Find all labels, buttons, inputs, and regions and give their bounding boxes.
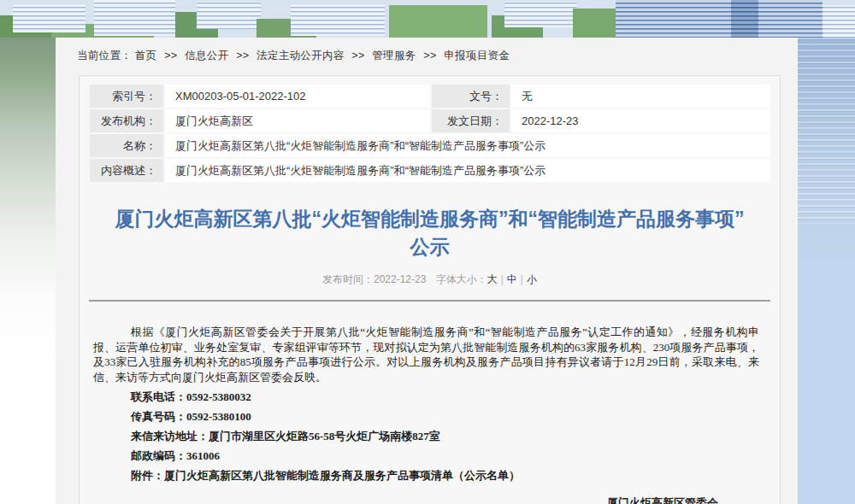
breadcrumb-separator: >> [236,50,249,62]
breadcrumb-item-statutory-content[interactable]: 法定主动公开内容 [256,50,344,62]
attachment-line: 附件：厦门火炬高新区第八批智能制造服务商及服务产品事项清单（公示名单） [93,468,759,483]
contact-phone-value: 0592-5380032 [186,390,251,403]
table-row: 名称： 厦门火炬高新区第八批“火炬智能制造服务商”和“智能制造产品服务事项”公示 [90,134,770,157]
article-body: 根据《厦门火炬高新区管委会关于开展第八批“火炬智能制造服务商”和“智能制造产品服… [88,325,771,504]
breadcrumb-item-home[interactable]: 首页 [135,50,157,62]
right-photo-strip [798,38,855,504]
contact-address-value: 厦门市湖里区火炬路56-58号火炬广场南楼827室 [209,430,440,442]
postal-code-line: 邮政编码：361006 [93,448,759,463]
contact-fax-value: 0592-5380100 [186,410,251,423]
contact-address-line: 来信来访地址：厦门市湖里区火炬路56-58号火炬广场南楼827室 [93,429,759,443]
left-photo-strip [0,38,56,504]
contact-address-label: 来信来访地址： [131,430,209,442]
font-size-separator: | [521,273,523,285]
summary-value: 厦门火炬高新区第八批“火炬智能制造服务商”和“智能制造产品服务事项”公示 [165,159,770,182]
page: 当前位置： 首页 >> 信息公开 >> 法定主动公开内容 >> 管理服务 >> … [0,0,855,504]
table-row: 发布机构： 厦门火炬高新区 发文日期： 2022-12-23 [90,109,770,132]
banner-photo [0,0,855,38]
table-row: 内容概述： 厦门火炬高新区第八批“火炬智能制造服务商”和“智能制造产品服务事项”… [90,159,770,182]
signature-organization: 厦门火炬高新区管委会 [93,495,759,504]
table-row: 索引号： XM00203-05-01-2022-102 文号： 无 [90,85,770,108]
contact-fax-line: 传真号码：0592-5380100 [93,409,759,424]
postal-code-label: 邮政编码： [131,449,186,462]
content-panel: 当前位置： 首页 >> 信息公开 >> 法定主动公开内容 >> 管理服务 >> … [56,38,798,504]
breadcrumb-item-info-disclosure[interactable]: 信息公开 [185,50,228,62]
announcement-paragraph: 根据《厦门火炬高新区管委会关于开展第八批“火炬智能制造服务商”和“智能制造产品服… [93,325,759,384]
summary-label: 内容概述： [90,159,163,182]
contact-fax-label: 传真号码： [131,410,186,423]
breadcrumb-separator: >> [351,50,364,62]
attachment-link[interactable]: 厦门火炬高新区第八批智能制造服务商及服务产品事项清单（公示名单） [164,469,520,482]
doc-name-value: 厦门火炬高新区第八批“火炬智能制造服务商”和“智能制造产品服务事项”公示 [165,134,770,157]
pub-date-label: 发文日期： [432,109,510,132]
doc-number-label: 文号： [432,85,510,108]
font-size-label: 字体大小： [436,273,487,285]
font-size-medium-button[interactable]: 中 [507,273,517,285]
breadcrumb-item-project-funds[interactable]: 申报项目资金 [444,50,510,62]
document-meta-table: 索引号： XM00203-05-01-2022-102 文号： 无 发布机构： … [88,83,772,184]
breadcrumb-separator: >> [423,50,436,62]
attachment-label: 附件： [131,469,164,482]
postal-code-value: 361006 [186,449,220,462]
publish-time-value: 2022-12-23 [374,273,426,285]
pub-date-value: 2022-12-23 [511,109,770,132]
publisher-label: 发布机构： [90,109,163,132]
doc-name-label: 名称： [90,134,163,157]
font-size-small-button[interactable]: 小 [527,273,537,285]
banner-skyline-graphic [0,0,855,38]
page-title: 厦门火炬高新区第八批“火炬智能制造服务商”和“智能制造产品服务事项”公示 [107,205,752,261]
contact-phone-label: 联系电话： [131,390,186,403]
doc-number-value: 无 [511,85,770,108]
index-number-value: XM00203-05-01-2022-102 [165,85,430,108]
font-size-separator: | [501,273,504,285]
font-size-large-button[interactable]: 大 [487,273,498,285]
breadcrumb-label: 当前位置： [77,50,132,62]
contact-phone-line: 联系电话：0592-5380032 [93,390,759,404]
article-meta-line: 发布时间：2022-12-23 字体大小：大|中|小 [88,273,771,287]
publish-time-label: 发布时间： [322,273,374,285]
document-card: 索引号： XM00203-05-01-2022-102 文号： 无 发布机构： … [79,75,781,504]
breadcrumb-separator: >> [164,50,177,62]
title-divider [89,300,770,302]
index-number-label: 索引号： [90,85,163,108]
publisher-value: 厦门火炬高新区 [165,109,430,132]
breadcrumb: 当前位置： 首页 >> 信息公开 >> 法定主动公开内容 >> 管理服务 >> … [56,38,798,63]
breadcrumb-item-management-services[interactable]: 管理服务 [372,50,416,62]
